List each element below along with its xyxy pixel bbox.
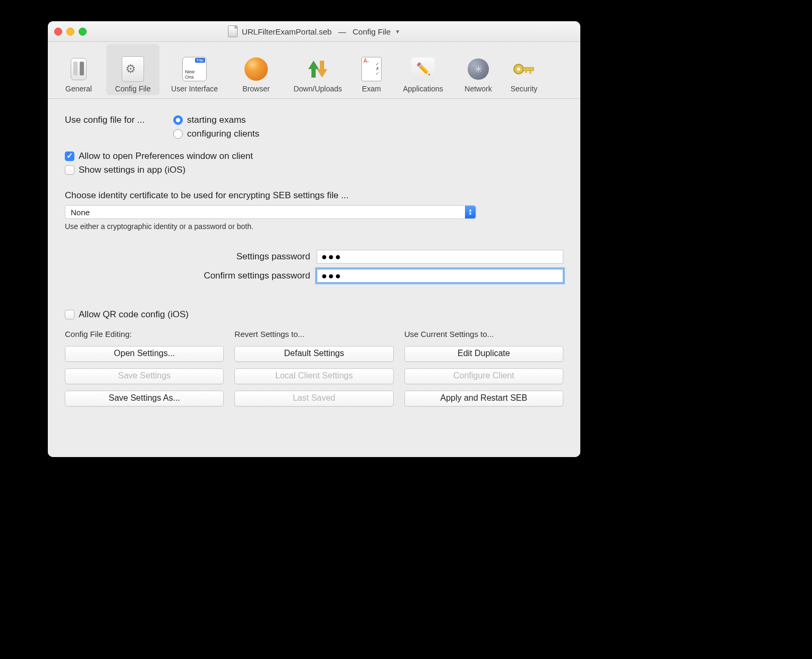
radio-starting-exams-label: starting exams — [187, 115, 246, 125]
settings-password-input[interactable] — [317, 250, 563, 264]
checkbox-show-settings-ios[interactable] — [65, 165, 74, 175]
confirm-password-label: Confirm settings password — [65, 271, 317, 281]
confirm-password-input[interactable] — [317, 269, 563, 283]
identity-cert-hint: Use either a cryptographic identity or a… — [65, 222, 563, 231]
network-icon — [468, 58, 489, 80]
exam-icon — [361, 57, 382, 81]
editing-header: Config File Editing: — [65, 330, 224, 339]
save-settings-button[interactable]: Save Settings — [65, 368, 224, 384]
settings-password-label: Settings password — [65, 251, 317, 262]
checkbox-show-settings-ios-label: Show settings in app (iOS) — [79, 165, 185, 175]
tab-user-interface[interactable]: User Interface — [160, 44, 229, 95]
titlebar: URLFilterExamPortal.seb — Config File ▼ — [48, 21, 580, 42]
checkbox-allow-preferences[interactable] — [65, 151, 74, 161]
key-icon — [512, 61, 536, 78]
svg-rect-6 — [525, 71, 527, 73]
revert-header: Revert Settings to... — [234, 330, 393, 339]
checkbox-allow-qr-label: Allow QR code config (iOS) — [79, 309, 189, 320]
svg-marker-1 — [317, 61, 327, 78]
use-config-for-label: Use config file for ... — [65, 115, 173, 125]
configure-client-button[interactable]: Configure Client — [404, 368, 563, 384]
edit-duplicate-button[interactable]: Edit Duplicate — [404, 346, 563, 362]
radio-starting-exams[interactable] — [173, 115, 183, 125]
identity-cert-value: None — [71, 208, 90, 217]
window-title: URLFilterExamPortal.seb — [242, 27, 332, 36]
select-chevrons-icon: ▲▼ — [465, 206, 476, 218]
minimize-window-icon[interactable] — [66, 28, 74, 36]
close-window-icon[interactable] — [54, 28, 62, 36]
browser-icon — [244, 57, 268, 81]
local-client-settings-button[interactable]: Local Client Settings — [234, 368, 393, 384]
open-settings-button[interactable]: Open Settings... — [65, 346, 224, 362]
tab-network[interactable]: Network — [456, 44, 501, 95]
content-area: Use config file for ... starting exams c… — [48, 99, 580, 457]
checkbox-allow-preferences-label: Allow to open Preferences window on clie… — [79, 151, 253, 162]
zoom-window-icon[interactable] — [79, 28, 87, 36]
ui-icon — [182, 57, 207, 81]
config-file-icon — [122, 56, 144, 82]
svg-rect-5 — [529, 71, 531, 74]
identity-cert-label: Choose identity certificate to be used f… — [65, 190, 563, 201]
checkbox-allow-qr[interactable] — [65, 310, 74, 319]
last-saved-button[interactable]: Last Saved — [234, 391, 393, 407]
use-current-header: Use Current Settings to... — [404, 330, 563, 339]
radio-configuring-clients[interactable] — [173, 129, 183, 139]
radio-configuring-clients-label: configuring clients — [187, 129, 259, 139]
preferences-window: URLFilterExamPortal.seb — Config File ▼ … — [48, 21, 580, 457]
switch-icon — [71, 58, 87, 80]
svg-rect-4 — [523, 67, 534, 71]
tab-security[interactable]: Security — [502, 44, 546, 95]
window-subtitle: Config File — [352, 27, 391, 36]
apply-restart-seb-button[interactable]: Apply and Restart SEB — [404, 391, 563, 407]
identity-cert-select[interactable]: None ▲▼ — [65, 205, 476, 219]
tab-applications[interactable]: Applications — [391, 44, 455, 95]
transfer-icon — [306, 57, 329, 81]
default-settings-button[interactable]: Default Settings — [234, 346, 393, 362]
tab-exam[interactable]: Exam — [353, 44, 390, 95]
tab-config-file[interactable]: Config File — [106, 44, 159, 95]
document-icon — [228, 26, 238, 37]
apps-icon — [411, 57, 435, 81]
svg-point-3 — [517, 67, 520, 71]
preferences-toolbar: General Config File User Interface Brows… — [48, 42, 580, 99]
save-settings-as-button[interactable]: Save Settings As... — [65, 391, 224, 407]
tab-browser[interactable]: Browser — [230, 44, 283, 95]
tab-down-uploads[interactable]: Down/Uploads — [284, 44, 352, 95]
chevron-down-icon[interactable]: ▼ — [395, 29, 400, 35]
tab-general[interactable]: General — [52, 44, 105, 95]
